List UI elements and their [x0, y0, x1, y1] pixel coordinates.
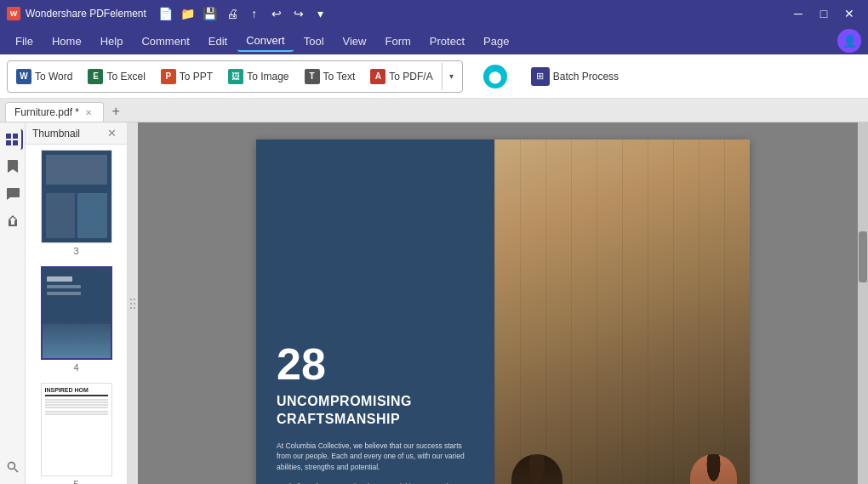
scrollbar-thumb[interactable] — [859, 231, 867, 282]
to-image-label: To Image — [247, 71, 288, 83]
excel-icon: E — [88, 69, 103, 84]
bookmark-icon[interactable] — [3, 157, 23, 177]
sidebar-resize-handle[interactable] — [128, 122, 138, 484]
to-ppt-button[interactable]: P To PPT — [154, 65, 220, 88]
to-text-label: To Text — [323, 71, 356, 83]
pdf-paragraph-1: At Columbia Collective, we believe that … — [277, 441, 474, 473]
thumbnail-panel-icon[interactable] — [3, 129, 23, 150]
menu-item-file[interactable]: File — [7, 31, 42, 51]
to-word-button[interactable]: W To Word — [9, 65, 79, 88]
pdfa-icon: A — [370, 69, 385, 84]
thumbnail-num-5: 5 — [73, 479, 78, 484]
menu-item-edit[interactable]: Edit — [200, 31, 236, 51]
txt-icon: T — [305, 69, 320, 84]
menu-item-view[interactable]: View — [334, 31, 375, 51]
svg-rect-0 — [6, 134, 11, 139]
toolbar-right: ⬤ ⊞ Batch Process — [475, 60, 627, 93]
search-icon[interactable] — [3, 457, 23, 477]
thumbnail-num-4: 4 — [73, 362, 78, 373]
user-avatar[interactable]: 👤 — [837, 29, 861, 53]
thumbnail-title: Thumbnail — [32, 128, 80, 140]
menu-item-convert[interactable]: Convert — [237, 31, 294, 52]
close-button[interactable]: ✕ — [837, 2, 861, 26]
menu-item-page[interactable]: Page — [475, 31, 517, 51]
toolbar: W To Word E To Excel P To PPT 🖼 To Image… — [0, 54, 868, 99]
comment-icon[interactable] — [3, 184, 23, 204]
to-excel-label: To Excel — [106, 71, 145, 83]
menu-item-tool[interactable]: Tool — [295, 31, 333, 51]
minimize-button[interactable]: ─ — [786, 2, 810, 26]
tabs-bar: Furniture.pdf * ✕ + — [0, 99, 868, 122]
to-pdfa-button[interactable]: A To PDF/A — [363, 65, 439, 88]
save-icon[interactable]: 💾 — [201, 4, 220, 23]
thumbnail-item-4[interactable]: 4 — [26, 261, 127, 378]
menu-item-home[interactable]: Home — [43, 31, 90, 51]
title-bar: W Wondershare PDFelement 📄 📁 💾 🖨 ↑ ↩ ↪ ▾… — [0, 0, 868, 27]
thumbnail-image-4 — [41, 266, 112, 360]
pdf-page-content: 28 UNCOMPROMISINGCRAFTSMANSHIP At Columb… — [256, 140, 750, 484]
svg-rect-3 — [13, 140, 18, 145]
vertical-scrollbar[interactable] — [858, 122, 868, 484]
svg-rect-2 — [6, 140, 11, 145]
batch-process-button[interactable]: ⊞ Batch Process — [523, 63, 627, 90]
title-bar-tools: 📄 📁 💾 🖨 ↑ ↩ ↪ ▾ — [157, 4, 330, 23]
menu-item-help[interactable]: Help — [92, 31, 132, 51]
teal-icon: ⬤ — [483, 65, 507, 88]
svg-point-9 — [134, 303, 135, 305]
add-tab-button[interactable]: + — [106, 101, 126, 122]
svg-rect-1 — [13, 134, 18, 139]
to-ppt-label: To PPT — [180, 71, 213, 83]
tab-close-icon[interactable]: ✕ — [83, 107, 94, 118]
app-title: Wondershare PDFelement — [26, 8, 146, 20]
pdf-viewer[interactable]: 28 UNCOMPROMISINGCRAFTSMANSHIP At Columb… — [138, 122, 868, 484]
window-controls: ─ □ ✕ — [786, 2, 861, 26]
tab-label: Furniture.pdf * — [14, 106, 79, 118]
main-area: Thumbnail ✕ 3 — [0, 122, 868, 484]
thumbnail-item-3[interactable]: 3 — [26, 145, 127, 261]
thumbnail-close-button[interactable]: ✕ — [104, 126, 120, 140]
svg-line-5 — [14, 469, 18, 472]
svg-point-11 — [134, 307, 135, 309]
pdf-page-number: 28 — [277, 342, 474, 386]
pdf-photo — [494, 140, 750, 484]
svg-point-8 — [130, 303, 132, 305]
svg-point-10 — [130, 307, 132, 309]
share-icon[interactable]: ↑ — [245, 4, 264, 23]
ppt-icon: P — [161, 69, 176, 84]
convert-toolbar-group: W To Word E To Excel P To PPT 🖼 To Image… — [7, 60, 463, 93]
thumbnail-num-3: 3 — [73, 246, 78, 256]
svg-point-7 — [134, 299, 135, 300]
thumbnail-header: Thumbnail ✕ — [26, 122, 127, 145]
to-image-button[interactable]: 🖼 To Image — [221, 65, 295, 88]
menu-item-comment[interactable]: Comment — [133, 31, 197, 51]
to-excel-button[interactable]: E To Excel — [81, 65, 151, 88]
thumbnail-item-5[interactable]: INSPIRED HOM 5 — [26, 378, 127, 484]
batch-label: Batch Process — [553, 71, 619, 83]
new-file-icon[interactable]: 📄 — [157, 4, 175, 23]
thumbnail-image-3 — [41, 150, 112, 243]
restore-button[interactable]: □ — [812, 2, 836, 26]
undo-icon[interactable]: ↩ — [267, 4, 286, 23]
redo-icon[interactable]: ↪ — [289, 4, 308, 23]
pdf-right-column — [494, 140, 750, 484]
pdf-page: 28 UNCOMPROMISINGCRAFTSMANSHIP At Columb… — [256, 140, 750, 484]
more-tools-icon[interactable]: ▾ — [311, 4, 330, 23]
to-pdfa-label: To PDF/A — [389, 71, 432, 83]
svg-point-6 — [130, 299, 132, 300]
to-text-button[interactable]: T To Text — [298, 65, 363, 88]
word-icon: W — [16, 69, 31, 84]
convert-more-button[interactable]: ▾ — [442, 63, 460, 90]
svg-point-4 — [8, 463, 14, 470]
menu-item-form[interactable]: Form — [377, 31, 420, 51]
attachment-icon[interactable] — [3, 211, 23, 231]
open-file-icon[interactable]: 📁 — [179, 4, 197, 23]
menu-bar: File Home Help Comment Edit Convert Tool… — [0, 27, 868, 54]
to-word-label: To Word — [35, 71, 72, 83]
print-icon[interactable]: 🖨 — [223, 4, 242, 23]
pdf-heading: UNCOMPROMISINGCRAFTSMANSHIP — [277, 393, 474, 429]
batch-icon: ⊞ — [531, 67, 550, 86]
sidebar-icon-bar — [0, 122, 26, 484]
to-teal-button[interactable]: ⬤ — [475, 60, 516, 93]
menu-item-protect[interactable]: Protect — [421, 31, 473, 51]
tab-furniture[interactable]: Furniture.pdf * ✕ — [5, 102, 104, 122]
